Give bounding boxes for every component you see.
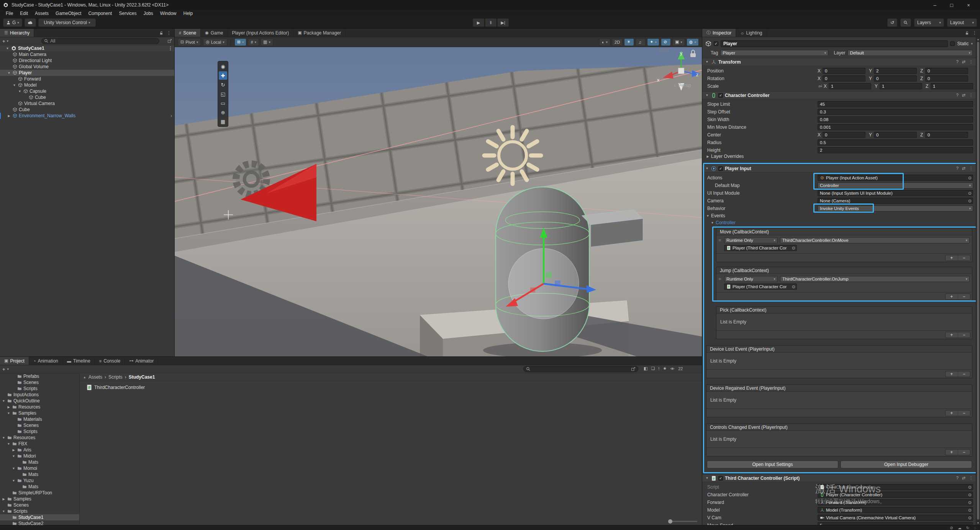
caret-icon[interactable]: ▾ bbox=[7, 367, 9, 371]
help-icon[interactable]: ? bbox=[956, 166, 959, 171]
preset-icon[interactable]: ⇄ bbox=[962, 59, 965, 64]
popout-icon[interactable] bbox=[167, 39, 172, 43]
menu-gameobject[interactable]: GameObject bbox=[52, 10, 85, 17]
project-folder-scenes[interactable]: Scenes bbox=[0, 422, 79, 428]
move-function-dropdown[interactable]: ThirdCharacterController.OnMove▾ bbox=[780, 237, 970, 243]
device-regained-remove-button[interactable]: − bbox=[958, 410, 970, 416]
project-folder-studycase1[interactable]: StudyCase1 bbox=[0, 514, 79, 520]
layer-overrides-foldout[interactable]: ▶ Layer Overrides bbox=[702, 155, 976, 162]
effects-button[interactable]: ✦▾ bbox=[647, 38, 659, 46]
camera-settings-button[interactable]: ▣▾ bbox=[672, 38, 685, 46]
project-folder-quickoutline[interactable]: ▼QuickOutline bbox=[0, 398, 79, 404]
menu-window[interactable]: Window bbox=[157, 10, 180, 17]
scale-row-y-field[interactable]: 1 bbox=[880, 83, 922, 89]
actions-object-field[interactable]: Player (Input Action Asset) ⊙ bbox=[818, 175, 973, 181]
cloud-button[interactable] bbox=[25, 18, 36, 27]
menu-jobs[interactable]: Jobs bbox=[140, 10, 156, 17]
scene-visibility-button[interactable]: ⊘ bbox=[661, 38, 671, 46]
scale-row-z-field[interactable]: 1 bbox=[931, 83, 973, 89]
project-folder-aris[interactable]: ▶Aris bbox=[0, 447, 79, 453]
kebab-icon[interactable]: ⋮ bbox=[969, 476, 973, 481]
device-regained-add-button[interactable]: + bbox=[946, 410, 958, 416]
scene-audio-button[interactable]: ♫ bbox=[636, 38, 646, 46]
expander-icon[interactable]: ▼ bbox=[7, 412, 11, 415]
collapse-icon[interactable]: ▲ bbox=[83, 376, 86, 379]
height-row-field[interactable]: 2 bbox=[818, 147, 973, 153]
tab-player-input-actions-editor[interactable]: Player (Input Actions Editor) bbox=[228, 29, 293, 37]
project-folder-scenes[interactable]: Scenes bbox=[0, 379, 79, 386]
persp-arrow[interactable]: ‹ bbox=[674, 82, 675, 88]
tab-inspector[interactable]: ⓘInspector bbox=[702, 29, 736, 37]
foldout-icon[interactable]: ▼ bbox=[705, 94, 709, 97]
events-foldout[interactable]: ▼ Events bbox=[702, 212, 976, 219]
thumbnail-zoom-slider[interactable] bbox=[669, 521, 697, 522]
object-picker-icon[interactable]: ⊙ bbox=[968, 508, 972, 513]
default-map-dropdown[interactable]: Controller▾ bbox=[818, 182, 973, 189]
scroll-down-icon[interactable]: ▼ bbox=[976, 522, 980, 524]
move-mode-dropdown[interactable]: Runtime Only▾ bbox=[724, 237, 778, 243]
refresh-icon[interactable]: ↻ bbox=[966, 526, 969, 530]
expander-icon[interactable]: ▼ bbox=[5, 47, 10, 50]
help-icon[interactable]: ? bbox=[956, 59, 959, 64]
object-picker-icon[interactable]: ⊙ bbox=[792, 246, 795, 251]
object-picker-icon[interactable]: ⊙ bbox=[968, 176, 972, 180]
enabled-checkbox[interactable]: ✓ bbox=[718, 476, 723, 481]
breadcrumb-assets[interactable]: Assets bbox=[88, 374, 102, 380]
rotation-row-x-field[interactable]: 0 bbox=[823, 75, 865, 82]
min-move-distance-row-field[interactable]: 0.001 bbox=[818, 124, 973, 130]
jump-function-dropdown[interactable]: ThirdCharacterController.OnJump▾ bbox=[780, 276, 970, 282]
prefab-chevron-icon[interactable]: › bbox=[170, 113, 172, 118]
move-speed-row-field[interactable]: 5 bbox=[818, 522, 973, 525]
expander-icon[interactable]: ▼ bbox=[11, 455, 16, 458]
project-folder-scenes[interactable]: Scenes bbox=[0, 502, 79, 508]
hierarchy-search-input[interactable]: All bbox=[41, 38, 159, 44]
slope-limit-row-field[interactable]: 45 bbox=[818, 101, 973, 107]
hierarchy-item-main-camera[interactable]: Main Camera bbox=[0, 51, 174, 57]
menu-services[interactable]: Services bbox=[115, 10, 140, 17]
scene-menu-icon[interactable]: ⋮ bbox=[168, 46, 173, 51]
preset-icon[interactable]: ⇄ bbox=[962, 93, 965, 98]
object-picker-icon[interactable]: ⊙ bbox=[968, 485, 972, 490]
layers-dropdown[interactable]: Layers▾ bbox=[914, 18, 944, 27]
tab-hierarchy[interactable]: ☰ Hierarchy bbox=[0, 29, 34, 37]
device-lost-remove-button[interactable]: − bbox=[958, 371, 970, 377]
project-folder-prefabs[interactable]: Prefabs bbox=[0, 373, 79, 379]
hierarchy-item-virtual-camera[interactable]: Virtual Camera bbox=[0, 100, 174, 107]
lock-icon[interactable] bbox=[159, 31, 164, 35]
layout-dropdown[interactable]: Layout▾ bbox=[947, 18, 977, 27]
hierarchy-item-global-volume[interactable]: Global Volume bbox=[0, 64, 174, 70]
position-row-y-field[interactable]: 2 bbox=[874, 68, 917, 74]
controller-foldout[interactable]: ▼ Controller bbox=[702, 219, 976, 226]
open-input-settings-button[interactable]: Open Input Settings bbox=[707, 461, 838, 468]
drag-handle-icon[interactable]: = bbox=[718, 276, 722, 282]
transform-header[interactable]: ▼ Transform ?⇄⋮ bbox=[702, 58, 976, 66]
rect-tool[interactable]: ▭ bbox=[219, 99, 227, 107]
close-button[interactable]: × bbox=[960, 0, 977, 10]
transform-tool[interactable]: ⊕ bbox=[219, 108, 227, 117]
project-folder-mats[interactable]: Mats bbox=[0, 484, 79, 490]
scroll-up-icon[interactable]: ▲ bbox=[976, 38, 980, 41]
foldout-icon[interactable]: ▼ bbox=[705, 60, 709, 64]
center-row-y-field[interactable]: 0 bbox=[874, 132, 917, 138]
active-checkbox[interactable]: ✓ bbox=[714, 41, 718, 46]
center-row-z-field[interactable]: 0 bbox=[925, 132, 968, 138]
jump-remove-button[interactable]: − bbox=[958, 294, 970, 299]
rotation-row-z-field[interactable]: 0 bbox=[925, 75, 968, 82]
panel-menu-icon[interactable]: ⋮ bbox=[167, 30, 171, 36]
project-folder-scripts[interactable]: ▼Scripts bbox=[0, 508, 79, 514]
object-picker-icon[interactable]: ⊙ bbox=[968, 191, 972, 196]
preset-icon[interactable]: ⇄ bbox=[962, 476, 965, 481]
search-button[interactable] bbox=[900, 18, 911, 27]
project-folder-inputactions[interactable]: InputActions bbox=[0, 392, 79, 398]
project-folder-resources[interactable]: ▼Resources bbox=[0, 435, 79, 441]
menu-file[interactable]: File bbox=[2, 10, 16, 17]
project-folder-scripts[interactable]: Scripts bbox=[0, 386, 79, 392]
pick-remove-button[interactable]: − bbox=[958, 332, 970, 338]
view-2d-button[interactable]: 2D bbox=[612, 38, 623, 46]
expander-icon[interactable]: ▼ bbox=[11, 479, 16, 482]
object-picker-icon[interactable]: ⊙ bbox=[968, 515, 972, 520]
expander-icon[interactable]: ▼ bbox=[18, 90, 22, 93]
gameobject-name-field[interactable]: Player bbox=[721, 40, 948, 47]
object-picker-icon[interactable]: ⊙ bbox=[968, 199, 972, 203]
project-folder-studycase2[interactable]: StudyCase2 bbox=[0, 520, 79, 525]
